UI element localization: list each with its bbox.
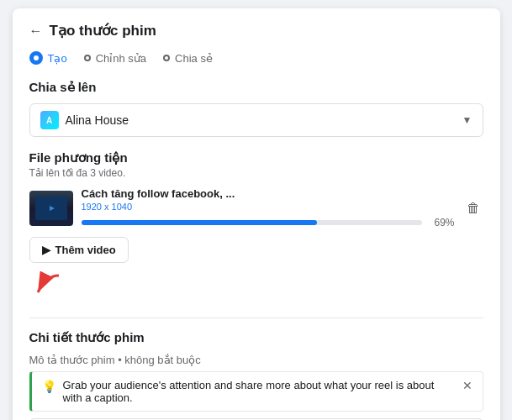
share-section: Chia sẻ lên A Alina House ▼ [29, 80, 483, 137]
delete-video-button[interactable]: 🗑 [463, 197, 483, 219]
header: ← Tạo thước phim [29, 22, 483, 39]
hint-icon: 💡 [42, 380, 56, 393]
step-share-label: Chia sẻ [175, 52, 213, 65]
video-dims: 1920 x 1040 [82, 202, 455, 212]
detail-section: Chi tiết thước phim Mô tả thước phim • k… [29, 330, 483, 420]
step-share-dot [163, 55, 170, 61]
page-title: Tạo thước phim [50, 22, 156, 39]
field-optional: • không bắt buộc [118, 354, 201, 366]
file-section-subtitle: Tải lên tối đa 3 video. [29, 167, 483, 179]
red-arrow-icon [29, 271, 71, 301]
step-create-circle [29, 51, 43, 65]
step-edit-dot [84, 55, 91, 61]
video-thumb-screen [35, 197, 67, 220]
share-section-title: Chia sẻ lên [29, 80, 483, 95]
video-plus-icon: ▶ [42, 244, 50, 256]
hint-close-button[interactable]: ✕ [462, 379, 472, 392]
arrow-indicator [29, 271, 483, 304]
step-share[interactable]: Chia sẻ [163, 52, 213, 65]
page-icon: A [40, 111, 59, 129]
field-label: Mô tả thước phim • không bắt buộc [29, 354, 483, 366]
step-edit[interactable]: Chỉnh sửa [84, 52, 146, 65]
back-button[interactable]: ← [29, 24, 43, 39]
video-thumbnail [29, 191, 73, 226]
video-thumb-inner [29, 191, 73, 226]
steps-nav: Tạo Chỉnh sửa Chia sẻ [29, 51, 483, 65]
progress-text: 69% [434, 217, 454, 228]
step-edit-label: Chỉnh sửa [96, 52, 146, 65]
section-divider [29, 318, 483, 318]
page-dropdown[interactable]: A Alina House ▼ [29, 103, 483, 137]
chevron-down-icon: ▼ [462, 114, 472, 126]
hint-text: Grab your audience's attention and share… [63, 379, 456, 404]
add-video-label: Thêm video [55, 244, 116, 256]
progress-bar-bg [82, 220, 423, 225]
step-create-label: Tạo [48, 52, 67, 65]
dropdown-left: A Alina House [40, 111, 129, 129]
page-name: Alina House [66, 113, 129, 127]
file-section: File phương tiện Tải lên tối đa 3 video.… [29, 150, 483, 304]
file-section-title: File phương tiện [29, 150, 483, 165]
main-container: ← Tạo thước phim Tạo Chỉnh sửa Chia sẻ C… [13, 8, 500, 420]
progress-row: 69% [82, 217, 455, 228]
detail-section-title: Chi tiết thước phim [29, 330, 483, 345]
video-item: Cách tăng follow facebook, ... 1920 x 10… [29, 187, 483, 228]
video-info: Cách tăng follow facebook, ... 1920 x 10… [82, 187, 455, 228]
hint-box: 💡 Grab your audience's attention and sha… [29, 371, 483, 412]
video-name: Cách tăng follow facebook, ... [82, 187, 455, 200]
progress-bar-fill [82, 220, 317, 225]
step-create[interactable]: Tạo [29, 51, 67, 65]
add-video-button[interactable]: ▶ Thêm video [29, 237, 129, 263]
video-play-icon [45, 204, 57, 213]
